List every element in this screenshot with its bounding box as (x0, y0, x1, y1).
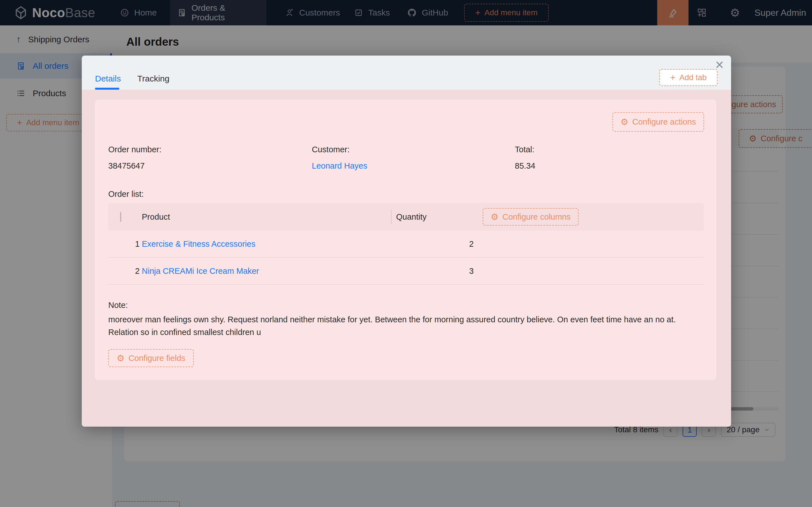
add-tab-button[interactable]: + Add tab (659, 69, 717, 86)
order-table-header: Product Quantity ⚙ Configure columns (108, 203, 704, 231)
total-field: Total: 85.34 (515, 145, 535, 171)
product-link[interactable]: Exercise & Fitness Accessories (142, 239, 391, 249)
select-all-checkbox[interactable] (120, 212, 121, 222)
tab-details-label: Details (95, 74, 121, 83)
order-details-block: ⚙ Configure actions Order number: 384756… (95, 100, 716, 380)
note-text: moreover man feelings own shy. Request n… (108, 313, 704, 339)
product-link[interactable]: Ninja CREAMi Ice Cream Maker (142, 267, 391, 276)
plus-icon: + (670, 73, 676, 82)
modal-body: ⚙ Configure actions Order number: 384756… (82, 90, 731, 427)
configure-actions-button[interactable]: ⚙ Configure actions (613, 112, 704, 132)
product-column-header: Product (142, 212, 391, 222)
active-tab-underline (95, 88, 119, 90)
app-root: NocoBase Home (0, 0, 812, 507)
table-row: 1 Exercise & Fitness Accessories 2 (108, 231, 704, 258)
gear-icon: ⚙ (117, 354, 125, 362)
order-list-label: Order list: (108, 189, 144, 199)
header-checkbox-cell (108, 212, 142, 222)
order-number-value: 38475647 (108, 161, 162, 171)
add-tab-label: Add tab (680, 73, 707, 82)
quantity-value: 2 (391, 239, 704, 249)
note-label: Note: (108, 300, 128, 310)
row-index: 2 (108, 267, 142, 276)
gear-icon: ⚙ (621, 118, 629, 126)
customer-label: Customer: (312, 145, 367, 154)
order-list-table: Product Quantity ⚙ Configure columns 1 E… (108, 203, 704, 285)
tab-tracking-label: Tracking (137, 74, 169, 83)
total-value: 85.34 (515, 161, 535, 171)
gear-icon: ⚙ (490, 213, 499, 221)
quantity-column-header: Quantity (396, 212, 426, 222)
quantity-value: 3 (391, 267, 704, 276)
customer-value-link[interactable]: Leonard Hayes (312, 161, 367, 171)
order-number-field: Order number: 38475647 (108, 145, 162, 171)
order-number-label: Order number: (108, 145, 162, 154)
configure-fields-button[interactable]: ⚙ Configure fields (108, 349, 194, 367)
configure-actions-label: Configure actions (632, 117, 696, 127)
configure-columns-label: Configure columns (503, 212, 571, 222)
tab-details[interactable]: Details (95, 70, 121, 87)
column-divider (391, 210, 392, 224)
configure-fields-label: Configure fields (128, 354, 185, 363)
order-details-modal: × Details Tracking + Add tab ⚙ Configure… (82, 56, 731, 427)
configure-columns-button[interactable]: ⚙ Configure columns (483, 208, 579, 226)
row-index: 1 (108, 239, 142, 249)
total-label: Total: (515, 145, 535, 154)
customer-field: Customer: Leonard Hayes (312, 145, 367, 171)
table-row: 2 Ninja CREAMi Ice Cream Maker 3 (108, 258, 704, 285)
tab-tracking[interactable]: Tracking (137, 70, 169, 87)
